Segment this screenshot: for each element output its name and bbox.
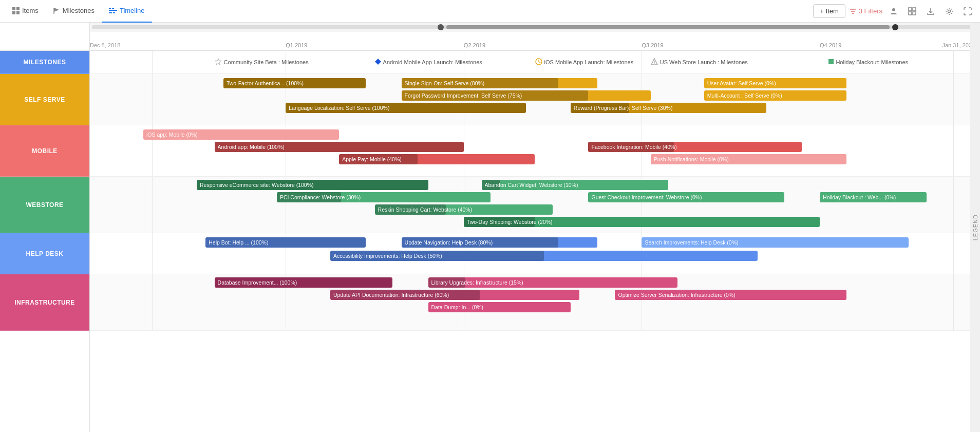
tab-milestones[interactable]: Milestones bbox=[46, 0, 102, 23]
bar-ws6[interactable]: Reskin Shopping Cart: Webstore (40%) bbox=[375, 204, 553, 215]
bar-inf4[interactable]: Optimize Server Serialization: Infrastru… bbox=[615, 290, 846, 300]
bar-ss4[interactable]: Forgot Password Improvement: Self Serve … bbox=[402, 90, 651, 101]
milestone-label-ms3: iOS Mobile App Launch: Milestones bbox=[544, 59, 634, 65]
bar-label-ws6: Reskin Shopping Cart: Webstore (40%) bbox=[378, 206, 473, 213]
q1-label: Q1 2019 bbox=[286, 42, 307, 48]
fullscreen-icon bbox=[964, 7, 972, 15]
svg-rect-9 bbox=[113, 12, 115, 13]
svg-rect-6 bbox=[109, 8, 111, 9]
bar-hd1[interactable]: Help Bot: Help ... (100%) bbox=[205, 237, 366, 248]
bar-inf5[interactable]: Data Dump: In... (0%) bbox=[428, 302, 571, 312]
legend-panel[interactable]: LEGEND bbox=[970, 23, 980, 432]
bar-inf2[interactable]: Library Upgrades: Infrastructure (15%) bbox=[428, 277, 677, 288]
timeline-row-webstore: Responsive eCommerce site: Webstore (100… bbox=[90, 177, 980, 233]
svg-rect-7 bbox=[112, 8, 114, 9]
bar-mob5[interactable]: Push Notifications: Mobile (0%) bbox=[651, 154, 846, 164]
bar-label-hd3: Search Improvements: Help Desk (0%) bbox=[645, 239, 738, 246]
bar-ss5[interactable]: Multi-Account : Self Serve (0%) bbox=[704, 90, 846, 101]
milestone-ms4[interactable]: US Web Store Launch : Milestones bbox=[651, 58, 748, 66]
person-icon bbox=[890, 7, 898, 15]
group-label-self-serve: SELF SERVE bbox=[0, 74, 89, 125]
app-header: Items Milestones Timeline + Item bbox=[0, 0, 980, 23]
q4-label: Q4 2019 bbox=[820, 42, 841, 48]
grid-icon bbox=[12, 7, 20, 14]
group-label-milestones: MILESTONES bbox=[0, 51, 89, 74]
add-item-button[interactable]: + Item bbox=[813, 4, 845, 18]
milestone-ms5[interactable]: Holiday Blackout: Milestones bbox=[828, 59, 908, 65]
svg-rect-16 bbox=[909, 12, 912, 15]
bar-label-ss4: Forgot Password Improvement: Self Serve … bbox=[405, 92, 522, 99]
flag-icon bbox=[53, 7, 60, 14]
bar-hd2[interactable]: Update Navigation: Help Desk (80%) bbox=[402, 237, 597, 248]
svg-rect-14 bbox=[909, 8, 912, 11]
filters-label: 3 Filters bbox=[859, 7, 882, 15]
group-label-spacer bbox=[0, 23, 89, 51]
milestone-label-ms2: Android Mobile App Launch: Milestones bbox=[383, 59, 482, 65]
scrollbar-thumb[interactable] bbox=[446, 25, 890, 29]
group-labels-column: MILESTONES SELF SERVE MOBILE WEBSTORE HE… bbox=[0, 23, 90, 432]
bar-ss3[interactable]: User Avatar: Self Serve (0%) bbox=[704, 78, 846, 88]
fullscreen-icon-btn[interactable] bbox=[960, 4, 975, 18]
tab-timeline[interactable]: Timeline bbox=[102, 0, 152, 23]
bar-mob4[interactable]: Apple Pay: Mobile (40%) bbox=[339, 154, 535, 164]
bar-hd4[interactable]: Accessibility Improvements: Help Desk (5… bbox=[330, 251, 758, 261]
milestone-icon-ms2 bbox=[375, 59, 381, 66]
bar-inf1[interactable]: Database Improvement... (100%) bbox=[215, 277, 393, 288]
nav-tabs: Items Milestones Timeline bbox=[5, 0, 152, 23]
timeline-row-mobile: iOS app: Mobile (0%)Android app: Mobile … bbox=[90, 125, 980, 177]
settings-icon bbox=[945, 7, 953, 15]
svg-point-26 bbox=[654, 63, 655, 64]
timeline-row-milestones: Community Site Beta : MilestonesAndroid … bbox=[90, 51, 980, 74]
bar-ws4[interactable]: Guest Checkout Improvement: Webstore (0%… bbox=[588, 192, 784, 202]
tab-items[interactable]: Items bbox=[5, 0, 46, 23]
timeline-scrollbar[interactable] bbox=[90, 23, 980, 32]
svg-rect-2 bbox=[12, 11, 15, 14]
timeline-rows: Community Site Beta : MilestonesAndroid … bbox=[90, 51, 980, 432]
bar-label-ss7: Reward (Progress Bar): Self Serve (30%) bbox=[574, 105, 673, 111]
svg-line-23 bbox=[539, 62, 540, 63]
bar-mob2[interactable]: Android app: Mobile (100%) bbox=[215, 142, 464, 152]
bar-hd3[interactable]: Search Improvements: Help Desk (0%) bbox=[642, 237, 909, 248]
milestone-ms1[interactable]: Community Site Beta : Milestones bbox=[215, 58, 309, 66]
milestone-ms3[interactable]: iOS Mobile App Launch: Milestones bbox=[535, 58, 634, 66]
bar-label-inf4: Optimize Server Serialization: Infrastru… bbox=[618, 292, 735, 298]
bar-ss7[interactable]: Reward (Progress Bar): Self Serve (30%) bbox=[571, 103, 766, 113]
svg-rect-0 bbox=[12, 7, 15, 10]
bar-inf3[interactable]: Update API Documentation: Infrastructure… bbox=[330, 290, 579, 300]
grid-view-icon-btn[interactable] bbox=[905, 4, 919, 18]
export-icon-btn[interactable] bbox=[924, 4, 938, 18]
person-icon-btn[interactable] bbox=[887, 4, 901, 18]
header-actions: + Item 3 Filters bbox=[813, 4, 975, 18]
filters-button[interactable]: 3 Filters bbox=[850, 7, 882, 15]
bar-mob1[interactable]: iOS app: Mobile (0%) bbox=[143, 129, 339, 140]
filter-icon bbox=[850, 8, 857, 15]
timeline-row-self_serve: Two-Factor Authentica... (100%)Single Si… bbox=[90, 74, 980, 125]
date-header: Dec 8, 2018 Q1 2019 Q2 2019 Q3 2019 Q4 2… bbox=[90, 32, 980, 51]
bar-ss2[interactable]: Single Sign-On: Self Serve (80%) bbox=[402, 78, 597, 88]
bar-ws2[interactable]: Abandon Cart Widget: Webstore (10%) bbox=[482, 180, 669, 190]
bar-label-mob4: Apple Pay: Mobile (40%) bbox=[342, 156, 402, 162]
bar-label-inf5: Data Dump: In... (0%) bbox=[431, 304, 484, 310]
milestone-icon-ms3 bbox=[535, 58, 542, 66]
bar-mob3[interactable]: Facebook Integration: Mobile (40%) bbox=[588, 142, 802, 152]
bar-ss1[interactable]: Two-Factor Authentica... (100%) bbox=[223, 78, 366, 88]
milestone-ms2[interactable]: Android Mobile App Launch: Milestones bbox=[375, 59, 482, 66]
bar-ws3[interactable]: PCI Compliance: Webstore (30%) bbox=[277, 192, 491, 202]
bar-label-ws7: Two-Day Shipping: Webstore (20%) bbox=[467, 219, 553, 225]
bar-ws7[interactable]: Two-Day Shipping: Webstore (20%) bbox=[464, 217, 820, 227]
milestone-icon-ms1 bbox=[215, 58, 222, 66]
timeline-start-label: Dec 8, 2018 bbox=[90, 42, 120, 48]
bar-ws1[interactable]: Responsive eCommerce site: Webstore (100… bbox=[197, 180, 428, 190]
settings-icon-btn[interactable] bbox=[942, 4, 956, 18]
bar-ws5[interactable]: Holiday Blackout : Web... (0%) bbox=[820, 192, 927, 202]
svg-rect-5 bbox=[109, 10, 117, 11]
milestone-label-ms4: US Web Store Launch : Milestones bbox=[660, 59, 748, 65]
svg-rect-8 bbox=[109, 12, 112, 13]
bar-label-ws4: Guest Checkout Improvement: Webstore (0%… bbox=[591, 194, 702, 200]
bar-label-inf3: Update API Documentation: Infrastructure… bbox=[333, 292, 449, 298]
milestone-label-ms5: Holiday Blackout: Milestones bbox=[836, 59, 908, 65]
bar-ss6[interactable]: Language Localization: Self Serve (100%) bbox=[286, 103, 526, 113]
tab-milestones-label: Milestones bbox=[63, 7, 95, 14]
bar-label-ss5: Multi-Account : Self Serve (0%) bbox=[707, 92, 782, 99]
q2-label: Q2 2019 bbox=[464, 42, 485, 48]
